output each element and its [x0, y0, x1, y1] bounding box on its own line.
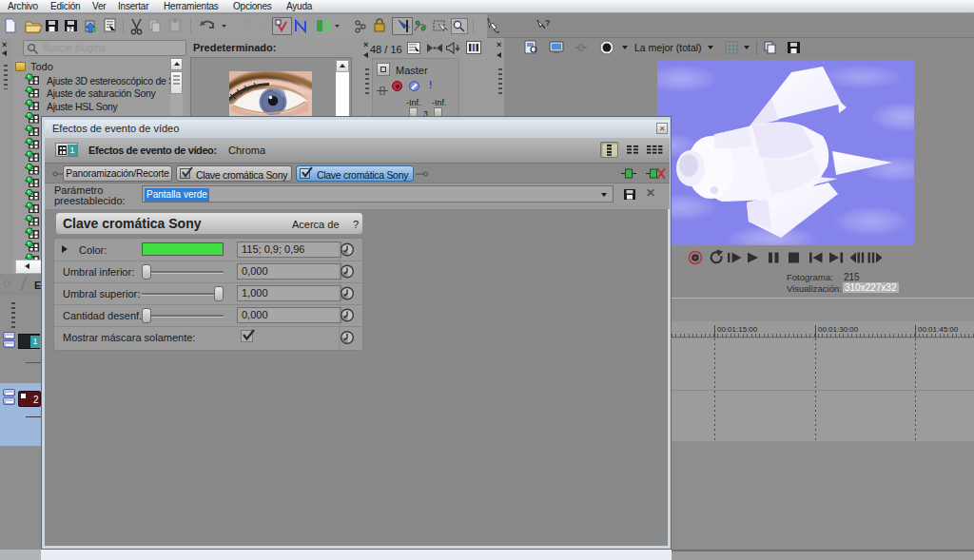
- svg-text:La mejor (total): La mejor (total): [634, 42, 702, 53]
- svg-text:?: ?: [545, 18, 551, 28]
- svg-text:?: ?: [68, 26, 72, 32]
